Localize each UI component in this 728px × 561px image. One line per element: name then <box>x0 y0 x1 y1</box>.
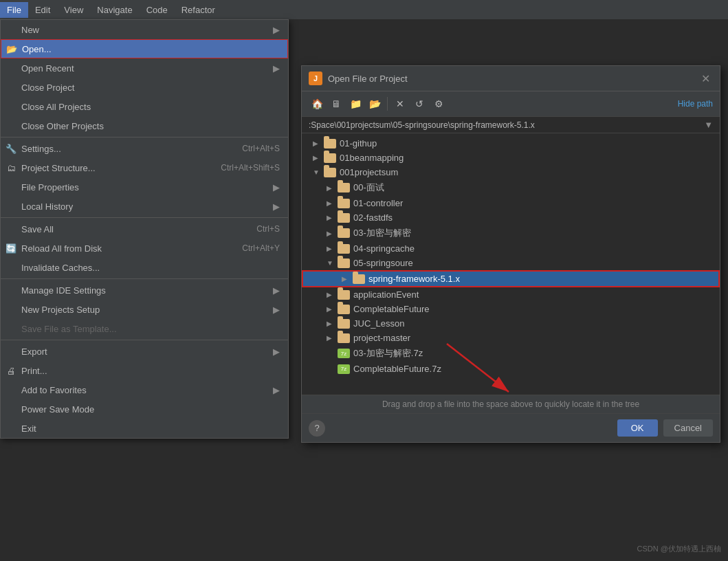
tree-label-jiami-7z: 03-加密与解密.7z <box>353 347 423 360</box>
tree-label-jiami: 03-加密与解密 <box>353 227 411 239</box>
tree-item-applicationevent[interactable]: ▶ applicationEvent <box>302 287 720 302</box>
menu-item-invalidate[interactable]: Invalidate Caches... <box>1 258 288 277</box>
divider-4 <box>1 340 288 340</box>
tree-arrow-githup: ▶ <box>313 140 324 147</box>
menu-code[interactable]: Code <box>140 2 175 18</box>
tree-item-juclesson[interactable]: ▶ JUC_Lesson <box>302 316 720 331</box>
menu-item-close-other[interactable]: Close Other Projects <box>1 116 288 135</box>
manage-ide-label: Manage IDE Settings <box>21 285 106 296</box>
local-history-arrow: ▶ <box>273 201 280 212</box>
menu-item-open[interactable]: 📂 Open... <box>1 39 288 58</box>
tree-label-mianshi: 00-面试 <box>353 182 384 194</box>
open-recent-arrow: ▶ <box>273 63 280 74</box>
toolbar-settings-button[interactable]: ⚙ <box>430 96 447 112</box>
menu-item-power-save[interactable]: Power Save Mode <box>1 399 288 419</box>
file-tree: ▶ 01-githup ▶ 01beanmapping ▼ 001project… <box>302 133 720 395</box>
tree-folder-icon-completablefuture <box>338 305 350 314</box>
tree-item-fastdfs[interactable]: ▶ 02-fastdfs <box>302 210 720 225</box>
toolbar-separator-1 <box>387 97 388 111</box>
file-properties-label: File Properties <box>21 182 79 192</box>
hide-path-button[interactable]: Hide path <box>678 99 713 109</box>
dialog-title-bar: J Open File or Project ✕ <box>302 66 720 91</box>
menu-item-exit[interactable]: Exit <box>1 419 288 438</box>
divider-1 <box>1 137 288 138</box>
new-label: New <box>21 25 39 35</box>
tree-file-icon-completable-7z: 7z <box>338 364 350 374</box>
menu-refactor[interactable]: Refactor <box>175 2 222 18</box>
tree-item-springcache[interactable]: ▶ 04-springcache <box>302 241 720 256</box>
menu-item-save-all[interactable]: Save All Ctrl+S <box>1 219 288 239</box>
tree-folder-icon-jiami <box>338 228 350 238</box>
tree-item-spring-framework[interactable]: ▶ spring-framework-5.1.x <box>302 270 720 287</box>
menu-item-reload[interactable]: 🔄 Reload All from Disk Ctrl+Alt+Y <box>1 239 288 258</box>
tree-label-projectsum: 001projectsum <box>340 167 398 177</box>
tree-item-jiami[interactable]: ▶ 03-加密与解密 <box>302 225 720 241</box>
tree-label-controller: 01-controller <box>353 198 403 208</box>
tree-arrow-springcache: ▶ <box>327 245 338 252</box>
tree-arrow-completablefuture: ▶ <box>327 305 338 313</box>
toolbar-delete-button[interactable]: ✕ <box>392 96 408 112</box>
tree-label-fastdfs: 02-fastdfs <box>353 212 393 223</box>
open-recent-label: Open Recent <box>21 63 74 74</box>
ok-button[interactable]: OK <box>617 419 658 437</box>
tree-folder-icon-spring-framework <box>353 274 365 284</box>
toolbar-refresh-button[interactable]: ↺ <box>411 96 428 112</box>
dialog-icon: J <box>309 72 322 85</box>
open-label: Open... <box>22 44 52 54</box>
tree-folder-icon-fastdfs <box>338 213 350 223</box>
menu-item-local-history[interactable]: Local History ▶ <box>1 197 288 216</box>
menu-view[interactable]: View <box>57 2 90 18</box>
local-history-label: Local History <box>21 201 73 212</box>
open-icon: 📂 <box>5 44 18 54</box>
menu-item-export[interactable]: Export ▶ <box>1 342 288 361</box>
tree-item-completablefuture[interactable]: ▶ CompletableFuture <box>302 302 720 316</box>
menu-item-close-all[interactable]: Close All Projects <box>1 97 288 116</box>
tree-item-beanmapping[interactable]: ▶ 01beanmapping <box>302 151 720 165</box>
dialog-status: Drag and drop a file into the space abov… <box>302 395 720 413</box>
close-project-label: Close Project <box>21 82 74 93</box>
menu-item-new-projects[interactable]: New Projects Setup ▶ <box>1 300 288 319</box>
menu-navigate[interactable]: Navigate <box>90 2 139 18</box>
menu-item-settings[interactable]: 🔧 Settings... Ctrl+Alt+S <box>1 139 288 158</box>
settings-shortcut: Ctrl+Alt+S <box>242 144 280 153</box>
toolbar-folder-button[interactable]: 📁 <box>347 96 364 112</box>
menu-item-new[interactable]: New ▶ <box>1 20 288 39</box>
tree-item-jiami-7z[interactable]: 7z 03-加密与解密.7z <box>302 345 720 362</box>
tree-item-githup[interactable]: ▶ 01-githup <box>302 136 720 151</box>
tree-label-beanmapping: 01beanmapping <box>340 153 404 163</box>
tree-folder-icon-springsoure <box>338 258 350 268</box>
menu-item-close-project[interactable]: Close Project <box>1 78 288 97</box>
tree-arrow-springsoure: ▼ <box>327 259 338 267</box>
tree-item-projectmaster[interactable]: ▶ project-master <box>302 331 720 345</box>
cancel-button[interactable]: Cancel <box>663 419 713 437</box>
tree-arrow-jiami: ▶ <box>327 230 338 237</box>
tree-label-spring-framework: spring-framework-5.1.x <box>368 274 460 284</box>
toolbar-new-folder-button[interactable]: 📂 <box>366 96 383 112</box>
tree-arrow-applicationevent: ▶ <box>327 291 338 298</box>
tree-item-springsoure[interactable]: ▼ 05-springsoure <box>302 256 720 270</box>
tree-folder-icon-controller <box>338 199 350 208</box>
path-dropdown-button[interactable]: ▼ <box>704 120 713 130</box>
menu-file[interactable]: File <box>0 2 28 18</box>
path-input[interactable] <box>309 120 704 130</box>
menu-item-project-structure[interactable]: 🗂 Project Structure... Ctrl+Alt+Shift+S <box>1 158 288 177</box>
tree-item-mianshi[interactable]: ▶ 00-面试 <box>302 179 720 196</box>
tree-item-completable-7z[interactable]: 7z CompletableFuture.7z <box>302 362 720 376</box>
save-template-label: Save File as Template... <box>21 324 117 334</box>
dialog-close-button[interactable]: ✕ <box>698 72 713 85</box>
help-button[interactable]: ? <box>309 420 325 437</box>
settings-icon: 🔧 <box>5 144 17 154</box>
new-arrow: ▶ <box>273 25 280 35</box>
menu-item-open-recent[interactable]: Open Recent ▶ <box>1 58 288 78</box>
menu-item-print[interactable]: 🖨 Print... <box>1 361 288 380</box>
tree-item-projectsum[interactable]: ▼ 001projectsum <box>302 165 720 179</box>
toolbar-home-button[interactable]: 🏠 <box>309 96 325 112</box>
favorites-arrow: ▶ <box>273 385 280 395</box>
tree-item-controller[interactable]: ▶ 01-controller <box>302 196 720 210</box>
menu-item-manage-ide[interactable]: Manage IDE Settings ▶ <box>1 280 288 300</box>
project-structure-label: Project Structure... <box>21 163 96 173</box>
menu-item-file-properties[interactable]: File Properties ▶ <box>1 177 288 197</box>
menu-edit[interactable]: Edit <box>28 2 57 18</box>
menu-item-favorites[interactable]: Add to Favorites ▶ <box>1 380 288 399</box>
toolbar-desktop-button[interactable]: 🖥 <box>328 96 344 112</box>
